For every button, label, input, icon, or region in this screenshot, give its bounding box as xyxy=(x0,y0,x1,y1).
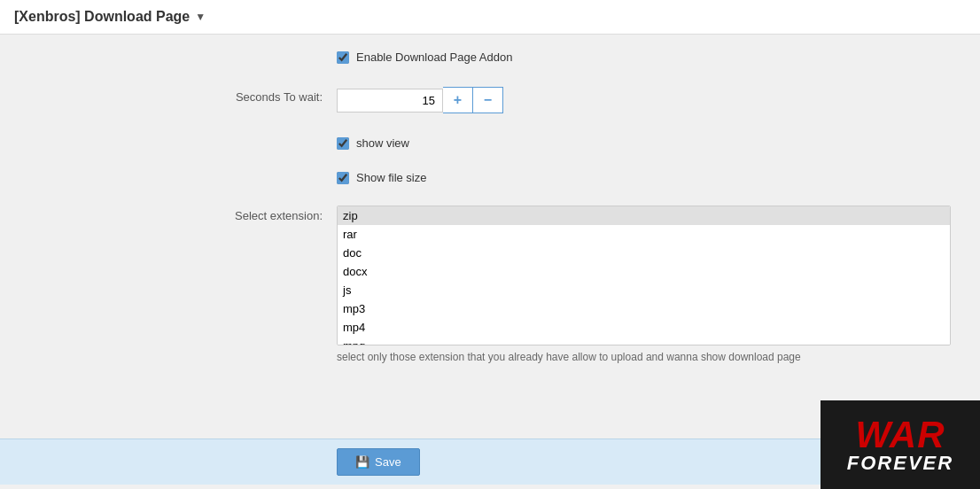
extension-listbox[interactable]: ziprardocdocxjsmp3mp4mpg xyxy=(337,206,951,345)
number-input-group: + − xyxy=(337,87,962,113)
enable-addon-checkbox[interactable] xyxy=(337,51,349,64)
show-file-size-checkbox[interactable] xyxy=(337,172,349,184)
save-button[interactable]: 💾 Save xyxy=(337,448,420,476)
seconds-control: + − xyxy=(337,87,962,113)
forever-text: FOREVER xyxy=(847,454,953,473)
enable-control-area: Enable Download Page Addon xyxy=(337,50,962,64)
decrement-button[interactable]: − xyxy=(473,87,503,113)
show-file-size-control: Show file size xyxy=(337,171,962,184)
select-extension-row: Select extension: ziprardocdocxjsmp3mp4m… xyxy=(0,195,980,374)
show-view-text: show view xyxy=(356,136,409,150)
war-text: WAR xyxy=(847,416,953,454)
seconds-label: Seconds To wait: xyxy=(18,87,337,104)
show-view-row: show view xyxy=(0,126,980,160)
show-file-size-row: Show file size xyxy=(0,160,980,195)
select-extension-label: Select extension: xyxy=(18,206,337,222)
save-icon: 💾 xyxy=(355,455,369,469)
seconds-row: Seconds To wait: + − xyxy=(0,74,980,126)
page-header: [Xenbros] Download Page ▼ xyxy=(0,0,980,35)
show-view-checkbox[interactable] xyxy=(337,137,349,150)
increment-button[interactable]: + xyxy=(443,87,473,113)
watermark: WAR FOREVER xyxy=(821,400,980,489)
save-label: Save xyxy=(375,455,401,469)
chevron-down-icon[interactable]: ▼ xyxy=(195,11,206,23)
extension-hint-text: select only those extension that you alr… xyxy=(337,345,951,363)
form-area: Enable Download Page Addon Seconds To wa… xyxy=(0,35,980,439)
show-file-size-label-el[interactable]: Show file size xyxy=(337,171,962,184)
enable-addon-text: Enable Download Page Addon xyxy=(356,50,512,64)
show-view-control: show view xyxy=(337,136,962,150)
page-title: [Xenbros] Download Page xyxy=(14,9,190,25)
enable-checkbox-label[interactable]: Enable Download Page Addon xyxy=(337,50,962,64)
seconds-input[interactable] xyxy=(337,89,443,113)
select-extension-control: ziprardocdocxjsmp3mp4mpg select only tho… xyxy=(337,206,962,363)
watermark-text: WAR FOREVER xyxy=(847,416,953,473)
enable-addon-row: Enable Download Page Addon xyxy=(0,35,980,74)
show-file-size-text: Show file size xyxy=(356,171,426,184)
show-view-label-el[interactable]: show view xyxy=(337,136,962,150)
